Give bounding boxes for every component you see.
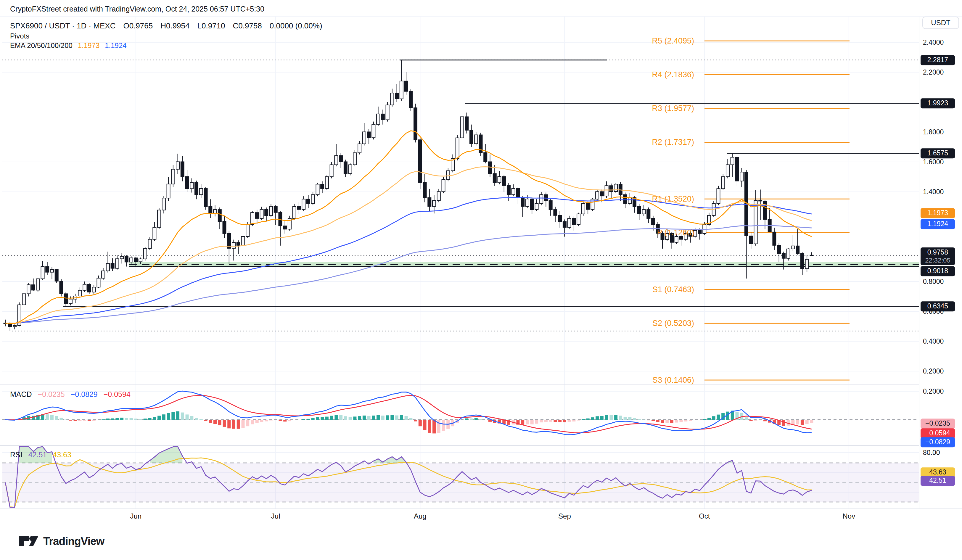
symbol-legend-row[interactable]: SPX6900 / USDT · 1D · MEXC O0.9765 H0.99… [10,21,322,31]
price-axis-chip: 1.1973 [920,208,955,218]
credit-line: CryptoFXStreet created with TradingView.… [10,5,264,13]
chart-canvas[interactable] [0,0,962,560]
price-axis-chip: −0.0235 [920,418,955,429]
price-axis-tick: 0.2000 [923,367,944,375]
price-axis-chip: −0.0829 [920,437,955,447]
time-axis-month-label: Oct [699,512,710,520]
ema-fast-value: 1.1973 [78,42,100,50]
price-axis-chip: 42.51 [920,476,955,486]
macd-signal-value: −0.0594 [103,390,131,399]
pivot-level-label: S2 (0.5203) [599,319,694,328]
price-axis-chip: 0.9018 [920,266,955,276]
pivot-level-label: S3 (0.1406) [599,375,694,384]
currency-toggle-button[interactable]: USDT [922,16,959,29]
ohlc-close: C0.9758 [232,21,261,31]
price-axis-tick: 1.8000 [923,128,944,136]
price-axis-tick: 2.4000 [923,39,944,47]
time-axis-month-label: Aug [414,512,426,520]
price-axis-tick: 0.2000 [923,387,944,395]
price-axis-chip: 1.6575 [920,148,955,158]
macd-title: MACD [10,390,32,399]
price-axis-chip: 0.6345 [920,301,955,311]
rsi-title: RSI [10,450,23,459]
tradingview-logo[interactable]: TradingView [19,535,104,547]
macd-hist-value: −0.0235 [38,390,65,399]
rsi-indicator-legend[interactable]: RSI 42.51 43.63 [10,450,71,459]
time-axis-month-label: Sep [558,512,571,520]
price-axis-tick: 80.00 [923,449,940,457]
price-axis-tick: 0.4000 [923,337,944,345]
price-axis-tick: 1.6000 [923,158,944,166]
macd-indicator-legend[interactable]: MACD −0.0235 −0.0829 −0.0594 [10,390,131,399]
pivot-level-label: R2 (1.7317) [599,138,694,147]
price-axis-tick: 0.8000 [923,278,944,286]
pivot-level-label: R5 (2.4095) [599,36,694,45]
ohlc-open: O0.9765 [123,21,153,31]
symbol-title: SPX6900 / USDT · 1D · MEXC [10,21,115,31]
ema-title: EMA 20/50/100/200 [10,42,73,50]
time-axis-month-label: Jun [130,512,142,520]
ema-indicator-legend[interactable]: EMA 20/50/100/200 1.1973 1.1924 [10,42,127,50]
price-axis-chip: 1.1924 [920,219,955,229]
pivot-level-label: R1 (1.3520) [599,194,694,203]
time-axis-separator [0,508,962,509]
pivot-level-label: R3 (1.9577) [599,104,694,113]
macd-line-value: −0.0829 [71,390,98,399]
time-axis-month-label: Jul [271,512,280,520]
pivot-level-label: P (1.1260) [599,228,694,237]
ohlc-low: L0.9710 [197,21,225,31]
pivot-level-label: R4 (2.1836) [599,70,694,79]
tradingview-logo-text: TradingView [43,535,104,547]
ema-slow-value: 1.1924 [105,42,126,50]
chart-window: CryptoFXStreet created with TradingView.… [0,0,962,560]
ohlc-change: 0.0000 (0.00%) [270,21,322,31]
price-axis-chip: −0.0594 [920,428,955,438]
price-axis-tick: 2.2000 [923,68,944,76]
pivot-level-label: S1 (0.7463) [599,285,694,294]
tradingview-logo-icon [19,536,39,547]
pivots-indicator-legend[interactable]: Pivots [10,32,29,40]
price-axis-chip: 0.975822:32:05 [920,247,955,265]
rsi-ma-value: 43.63 [53,450,71,459]
price-axis-tick: 1.4000 [923,188,944,196]
time-axis-month-label: Nov [843,512,855,520]
price-axis-chip: 2.2817 [920,55,955,65]
price-axis-chip: 1.9923 [920,98,955,108]
rsi-value: 42.51 [28,450,47,459]
ohlc-high: H0.9954 [160,21,189,31]
